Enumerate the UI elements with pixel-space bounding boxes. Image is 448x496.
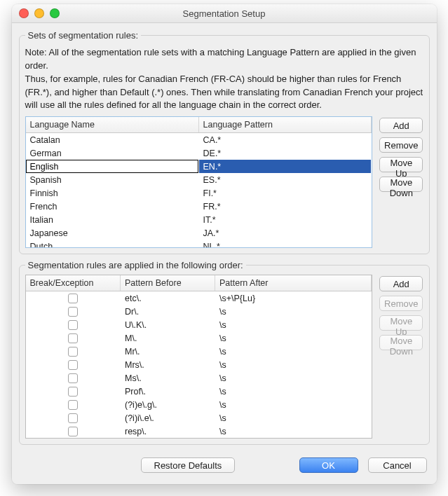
table-row[interactable]: FrenchFR.* <box>26 200 372 213</box>
table-row[interactable]: (?i)e\.g\.\s <box>26 398 372 411</box>
table-row[interactable]: (?i)i\.e\.\s <box>26 411 372 425</box>
cell-break-exception[interactable] <box>26 291 121 305</box>
cell-pattern-after[interactable]: \s <box>215 331 372 345</box>
cell-pattern-before[interactable]: \stel\. <box>121 438 215 439</box>
rules-remove-button[interactable]: Remove <box>379 296 423 311</box>
cell-language-name[interactable]: Catalan <box>26 133 199 147</box>
cell-language-name[interactable]: German <box>26 146 199 160</box>
cell-pattern-before[interactable]: etc\. <box>121 291 215 305</box>
cell-pattern-after[interactable]: \s <box>215 358 372 371</box>
cell-pattern-after[interactable]: \s <box>215 411 372 425</box>
table-row[interactable]: resp\.\s <box>26 425 372 438</box>
cell-pattern-after[interactable]: \s <box>215 345 372 358</box>
sets-add-button[interactable]: Add <box>379 118 423 133</box>
cell-break-exception[interactable] <box>26 385 121 398</box>
cell-break-exception[interactable] <box>26 331 121 345</box>
cell-language-pattern[interactable]: DE.* <box>198 146 372 160</box>
cell-pattern-after[interactable]: \s <box>215 371 372 385</box>
table-row[interactable]: EnglishEN.* <box>26 160 372 173</box>
cell-language-pattern[interactable]: EN.* <box>198 160 372 173</box>
ok-button[interactable]: OK <box>299 457 358 473</box>
table-row[interactable]: Prof\.\s <box>26 385 372 398</box>
cell-break-exception[interactable] <box>26 305 121 318</box>
cell-pattern-after[interactable]: \s <box>215 425 372 438</box>
break-exception-checkbox[interactable] <box>68 360 78 370</box>
cell-pattern-before[interactable]: Prof\. <box>121 385 215 398</box>
cell-language-pattern[interactable]: ES.* <box>198 173 372 186</box>
cell-language-name[interactable]: Dutch <box>26 240 199 248</box>
cell-pattern-after[interactable]: \s <box>215 305 372 318</box>
break-exception-checkbox[interactable] <box>68 307 78 317</box>
cell-language-name[interactable]: Japanese <box>26 226 199 240</box>
cell-pattern-before[interactable]: U\.K\. <box>121 318 215 331</box>
col-pattern-after[interactable]: Pattern After <box>215 275 372 291</box>
cell-break-exception[interactable] <box>26 398 121 411</box>
cell-language-name[interactable]: Spanish <box>26 173 199 186</box>
cell-pattern-before[interactable]: resp\. <box>121 425 215 438</box>
cell-break-exception[interactable] <box>26 371 121 385</box>
col-language-name[interactable]: Language Name <box>26 117 199 133</box>
break-exception-checkbox[interactable] <box>68 373 78 383</box>
cell-pattern-after[interactable]: \s <box>215 438 372 439</box>
cell-language-name[interactable]: Finnish <box>26 186 199 200</box>
cell-language-pattern[interactable]: NL.* <box>198 240 372 248</box>
rules-add-button[interactable]: Add <box>379 276 423 291</box>
table-row[interactable]: JapaneseJA.* <box>26 226 372 240</box>
rules-move-down-button[interactable]: Move Down <box>379 335 423 350</box>
cell-pattern-before[interactable]: Mr\. <box>121 345 215 358</box>
cell-pattern-before[interactable]: Mrs\. <box>121 358 215 371</box>
cell-language-name[interactable]: French <box>26 200 199 213</box>
break-exception-checkbox[interactable] <box>68 347 78 357</box>
table-row[interactable]: DutchNL.* <box>26 240 372 248</box>
cell-language-pattern[interactable]: FI.* <box>198 186 372 200</box>
table-row[interactable]: U\.K\.\s <box>26 318 372 331</box>
rules-table[interactable]: Break/ExceptionPattern BeforePattern Aft… <box>25 275 373 439</box>
sets-move-down-button[interactable]: Move Down <box>379 177 423 192</box>
cell-pattern-after[interactable]: \s <box>215 385 372 398</box>
break-exception-checkbox[interactable] <box>68 413 78 423</box>
col-pattern-before[interactable]: Pattern Before <box>121 275 215 291</box>
table-row[interactable]: SpanishES.* <box>26 173 372 186</box>
cell-pattern-after[interactable]: \s <box>215 318 372 331</box>
cell-language-name[interactable]: Italian <box>26 213 199 226</box>
restore-defaults-button[interactable]: Restore Defaults <box>141 457 236 473</box>
cell-break-exception[interactable] <box>26 358 121 371</box>
cell-pattern-after[interactable]: \s <box>215 398 372 411</box>
cell-break-exception[interactable] <box>26 345 121 358</box>
cell-pattern-before[interactable]: Dr\. <box>121 305 215 318</box>
cell-break-exception[interactable] <box>26 318 121 331</box>
table-row[interactable]: etc\.\s+\P{Lu} <box>26 291 372 305</box>
cell-language-pattern[interactable]: FR.* <box>198 200 372 213</box>
cell-pattern-before[interactable]: M\. <box>121 331 215 345</box>
sets-move-up-button[interactable]: Move Up <box>379 157 423 172</box>
cell-pattern-before[interactable]: (?i)i\.e\. <box>121 411 215 425</box>
cell-pattern-after[interactable]: \s+\P{Lu} <box>215 291 372 305</box>
table-row[interactable]: M\.\s <box>26 331 372 345</box>
cell-break-exception[interactable] <box>26 425 121 438</box>
table-row[interactable]: FinnishFI.* <box>26 186 372 200</box>
cell-pattern-before[interactable]: Ms\. <box>121 371 215 385</box>
cell-language-name[interactable]: English <box>26 160 199 173</box>
cell-pattern-before[interactable]: (?i)e\.g\. <box>121 398 215 411</box>
cell-break-exception[interactable] <box>26 438 121 439</box>
rules-move-up-button[interactable]: Move Up <box>379 315 423 331</box>
minimize-icon[interactable] <box>34 8 44 18</box>
sets-remove-button[interactable]: Remove <box>379 137 423 153</box>
cancel-button[interactable]: Cancel <box>368 457 427 473</box>
table-row[interactable]: Mrs\.\s <box>26 358 372 371</box>
table-row[interactable]: Mr\.\s <box>26 345 372 358</box>
zoom-icon[interactable] <box>50 8 60 18</box>
language-sets-table[interactable]: Language NameLanguage PatternCatalanCA.*… <box>25 116 373 248</box>
cell-break-exception[interactable] <box>26 411 121 425</box>
cell-language-pattern[interactable]: JA.* <box>198 226 372 240</box>
table-row[interactable]: GermanDE.* <box>26 146 372 160</box>
table-row[interactable]: Dr\.\s <box>26 305 372 318</box>
cell-language-pattern[interactable]: IT.* <box>198 213 372 226</box>
break-exception-checkbox[interactable] <box>68 427 78 436</box>
break-exception-checkbox[interactable] <box>68 400 78 410</box>
break-exception-checkbox[interactable] <box>68 387 78 397</box>
table-row[interactable]: CatalanCA.* <box>26 133 372 147</box>
close-icon[interactable] <box>19 8 29 18</box>
cell-language-pattern[interactable]: CA.* <box>198 133 372 147</box>
table-row[interactable]: ItalianIT.* <box>26 213 372 226</box>
